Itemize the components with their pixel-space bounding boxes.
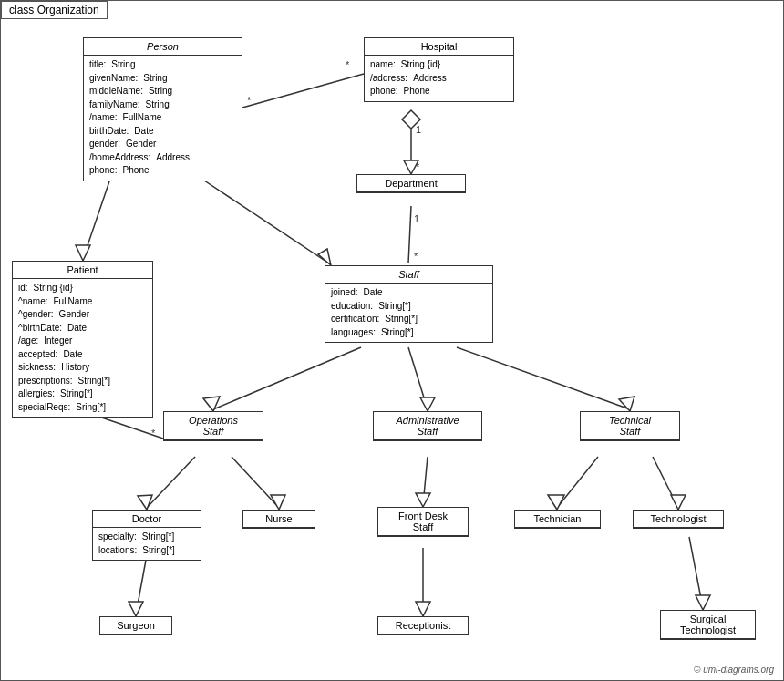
svg-line-11	[83, 179, 110, 259]
class-technologist: Technologist	[633, 510, 724, 529]
svg-marker-31	[548, 495, 564, 510]
svg-line-34	[136, 555, 147, 614]
svg-text:1: 1	[414, 213, 419, 224]
svg-text:*: *	[416, 161, 420, 172]
svg-marker-16	[203, 397, 220, 411]
class-technical-staff: Technical Staff	[580, 411, 680, 441]
svg-marker-37	[416, 602, 430, 616]
class-technical-staff-title: Technical Staff	[581, 412, 679, 440]
class-surgical-technologist-title: Surgical Technologist	[661, 611, 755, 639]
svg-marker-39	[696, 595, 710, 610]
svg-line-30	[557, 457, 598, 508]
class-doctor-body: specialty:String[*] locations:String[*]	[93, 528, 201, 560]
class-staff: Staff joined:Date education:String[*] ce…	[325, 265, 493, 343]
class-technician-title: Technician	[515, 511, 600, 528]
svg-marker-20	[619, 397, 634, 411]
svg-line-28	[423, 457, 428, 505]
class-operations-staff-title: Operations Staff	[164, 412, 263, 440]
svg-line-0	[242, 74, 364, 108]
class-person-body: title:String givenName:String middleName…	[84, 56, 242, 181]
svg-text:*: *	[247, 95, 252, 106]
class-receptionist: Receptionist	[377, 616, 469, 635]
class-person-title: Person	[84, 38, 242, 56]
svg-text:1: 1	[416, 124, 421, 135]
svg-line-26	[232, 457, 279, 508]
class-hospital-title: Hospital	[365, 38, 513, 56]
class-admin-staff-title: Administrative Staff	[374, 412, 481, 440]
class-operations-staff: Operations Staff	[163, 411, 263, 441]
class-front-desk-staff: Front Desk Staff	[377, 507, 469, 537]
class-person: Person title:String givenName:String mid…	[83, 37, 242, 181]
svg-marker-25	[138, 495, 152, 510]
svg-marker-33	[671, 495, 686, 510]
svg-line-19	[457, 347, 630, 409]
svg-marker-27	[271, 495, 285, 510]
class-front-desk-title: Front Desk Staff	[378, 508, 468, 536]
svg-line-38	[689, 537, 703, 608]
svg-marker-29	[416, 493, 430, 507]
class-hospital: Hospital name:String {id} /address:Addre…	[364, 37, 514, 102]
class-surgeon-title: Surgeon	[100, 617, 171, 635]
class-department: Department	[356, 174, 466, 193]
class-admin-staff: Administrative Staff	[373, 411, 482, 441]
class-surgeon: Surgeon	[99, 616, 172, 635]
svg-line-13	[201, 179, 329, 263]
diagram-container: class Organization * * 1 * 1 *	[0, 0, 784, 681]
class-nurse-title: Nurse	[243, 511, 315, 528]
svg-marker-35	[129, 602, 143, 616]
svg-line-24	[147, 457, 195, 508]
svg-marker-5	[404, 160, 418, 174]
class-patient-title: Patient	[13, 262, 152, 279]
svg-line-15	[213, 347, 361, 409]
class-staff-title: Staff	[325, 266, 492, 284]
class-doctor-title: Doctor	[93, 511, 201, 528]
svg-text:*: *	[414, 251, 418, 262]
class-staff-body: joined:Date education:String[*] certific…	[325, 284, 492, 342]
class-technician: Technician	[514, 510, 601, 529]
class-receptionist-title: Receptionist	[378, 617, 468, 635]
class-department-title: Department	[357, 175, 465, 192]
diagram-title: class Organization	[1, 1, 108, 19]
svg-marker-12	[76, 245, 90, 261]
svg-marker-4	[402, 110, 420, 129]
svg-text:*: *	[346, 59, 350, 70]
class-hospital-body: name:String {id} /address:Address phone:…	[365, 56, 513, 101]
svg-line-8	[408, 206, 411, 263]
svg-marker-18	[420, 397, 435, 411]
svg-line-17	[408, 347, 428, 409]
class-patient: Patient id:String {id} ^name:FullName ^g…	[12, 261, 153, 418]
svg-marker-14	[318, 249, 331, 265]
class-surgical-technologist: Surgical Technologist	[660, 610, 756, 640]
svg-text:*: *	[151, 428, 156, 439]
class-nurse: Nurse	[242, 510, 315, 529]
copyright: © uml-diagrams.org	[694, 665, 774, 675]
class-patient-body: id:String {id} ^name:FullName ^gender:Ge…	[13, 279, 152, 417]
svg-line-32	[653, 457, 678, 508]
class-technologist-title: Technologist	[634, 511, 723, 528]
class-doctor: Doctor specialty:String[*] locations:Str…	[92, 510, 201, 561]
